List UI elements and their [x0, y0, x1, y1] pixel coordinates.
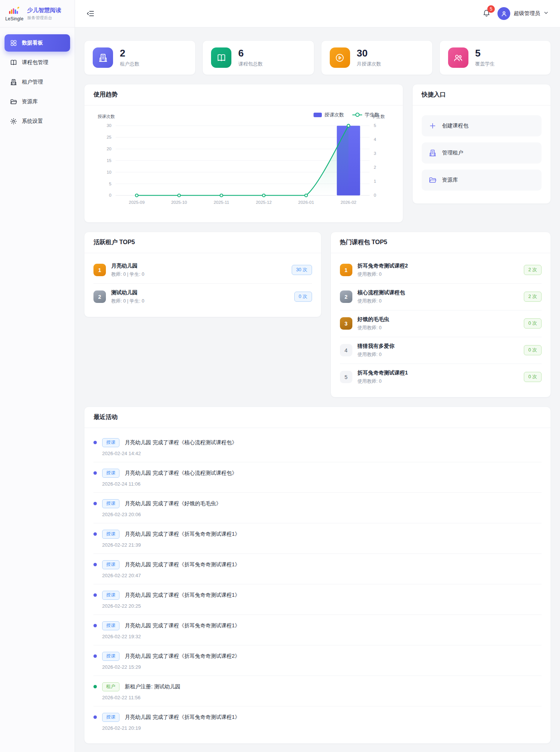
quick-entry-title: 快捷入口 — [413, 84, 551, 105]
stat-value: 5 — [475, 48, 495, 59]
recent-activity-title: 最近活动 — [84, 407, 551, 428]
sidebar-item-label: 资源库 — [22, 98, 38, 105]
svg-text:2026-01: 2026-01 — [298, 200, 314, 205]
active-tenants-title: 活跃租户 TOP5 — [84, 232, 321, 253]
rank-list-item: 2 测试幼儿园 教师: 0 | 学生: 0 0 次 — [93, 283, 312, 310]
sidebar: LeSingle 少儿智慧阅读 服务管理后台 数据看板 课程包管理 租户管理 资… — [0, 0, 75, 752]
users-icon — [448, 47, 468, 68]
activity-time: 2026-02-23 20:06 — [102, 512, 542, 517]
activity-dot — [93, 685, 97, 688]
chart-legend: 授课次数学生数 — [314, 112, 379, 118]
rank-list-item: 4 猜猜我有多爱你 使用教师: 0 0 次 — [340, 337, 542, 364]
activity-text: 月亮幼儿园 完成了课程《折耳兔奇奇测试课程1》 — [125, 531, 240, 538]
activity-time: 2026-02-22 11:56 — [102, 695, 542, 700]
sidebar-item-课程包管理[interactable]: 课程包管理 — [5, 54, 70, 71]
rank-badge: 5 — [340, 371, 352, 383]
user-name: 超级管理员 — [514, 10, 540, 17]
book-icon — [10, 59, 17, 66]
activity-text: 月亮幼儿园 完成了课程《折耳兔奇奇测试课程1》 — [125, 622, 240, 629]
count-badge: 2 次 — [524, 292, 542, 302]
rank-meta: 教师: 0 | 学生: 0 — [111, 298, 289, 304]
activity-text: 月亮幼儿园 完成了课程《好饿的毛毛虫》 — [125, 500, 221, 507]
quick-entry-管理租户[interactable]: 管理租户 — [422, 142, 542, 164]
count-badge: 2 次 — [524, 265, 542, 275]
rank-list-item: 3 好饿的毛毛虫 使用教师: 0 0 次 — [340, 310, 542, 337]
legend-item-bar[interactable]: 授课次数 — [314, 112, 344, 118]
app-title-block: 少儿智慧阅读 服务管理后台 — [27, 7, 61, 21]
activity-tag: 授课 — [102, 438, 119, 447]
svg-text:5: 5 — [109, 182, 111, 186]
building-icon — [428, 149, 437, 157]
folder-icon — [428, 176, 437, 184]
activity-tag: 租户 — [102, 682, 119, 691]
collapse-sidebar-icon[interactable] — [86, 9, 96, 18]
stat-text: 6 课程包总数 — [238, 48, 263, 68]
activity-dot — [93, 532, 97, 536]
rank-list-item: 1 折耳兔奇奇测试课程2 使用教师: 0 2 次 — [340, 257, 542, 283]
svg-text:2025-11: 2025-11 — [214, 200, 229, 205]
activity-time: 2026-02-22 15:29 — [102, 664, 542, 670]
hot-packages-card: 热门课程包 TOP5 1 折耳兔奇奇测试课程2 使用教师: 0 2 次 2 核心… — [330, 232, 551, 397]
usage-trend-title: 使用趋势 — [84, 84, 403, 105]
activity-tag: 授课 — [102, 469, 119, 478]
count-badge: 0 次 — [524, 318, 542, 329]
recent-activity-list: 授课 月亮幼儿园 完成了课程《核心流程测试课程包》 2026-02-24 14:… — [84, 428, 551, 743]
quick-entry-创建课程包[interactable]: 创建课程包 — [422, 115, 542, 136]
stat-label: 月授课次数 — [357, 61, 381, 67]
rank-badge: 2 — [93, 290, 106, 303]
rank-info: 核心流程测试课程包 使用教师: 0 — [358, 289, 519, 304]
quick-entry-label: 管理租户 — [442, 150, 463, 156]
sidebar-item-label: 课程包管理 — [22, 59, 48, 66]
rank-meta: 使用教师: 0 — [358, 271, 519, 278]
activity-item: 授课 月亮幼儿园 完成了课程《折耳兔奇奇测试课程1》 2026-02-22 19… — [93, 614, 542, 645]
quick-entry-label: 资源库 — [442, 177, 458, 183]
stat-text: 5 覆盖学生 — [475, 48, 495, 68]
folder-icon — [10, 98, 17, 105]
sidebar-item-label: 系统设置 — [22, 118, 43, 125]
activity-time: 2026-02-22 19:32 — [102, 634, 542, 639]
svg-text:25: 25 — [107, 135, 112, 139]
svg-text:4: 4 — [374, 137, 376, 142]
hot-packages-list: 1 折耳兔奇奇测试课程2 使用教师: 0 2 次 2 核心流程测试课程包 使用教… — [331, 253, 551, 397]
active-tenants-list: 1 月亮幼儿园 教师: 0 | 学生: 0 30 次 2 测试幼儿园 教师: 0… — [84, 253, 321, 317]
rank-meta: 使用教师: 0 — [358, 298, 519, 304]
activity-tag: 授课 — [102, 499, 119, 508]
activity-dot — [93, 654, 97, 658]
svg-text:2: 2 — [374, 165, 376, 170]
activity-item: 授课 月亮幼儿园 完成了课程《折耳兔奇奇测试课程2》 2026-02-22 15… — [93, 645, 542, 676]
activity-item: 授课 月亮幼儿园 完成了课程《好饿的毛毛虫》 2026-02-23 20:06 — [93, 492, 542, 523]
activity-text: 月亮幼儿园 完成了课程《折耳兔奇奇测试课程1》 — [125, 714, 240, 721]
sidebar-menu: 数据看板 课程包管理 租户管理 资源库 系统设置 — [0, 28, 75, 137]
rank-name: 测试幼儿园 — [111, 289, 289, 296]
activity-dot — [93, 624, 97, 627]
usage-trend-chart-svg: 051015202530012345授课次数学生数2025-092025-102… — [93, 108, 394, 216]
quick-entry-label: 创建课程包 — [442, 122, 468, 129]
activity-item: 授课 月亮幼儿园 完成了课程《核心流程测试课程包》 2026-02-24 11:… — [93, 462, 542, 492]
activity-item: 授课 月亮幼儿园 完成了课程《折耳兔奇奇测试课程1》 2026-02-22 20… — [93, 584, 542, 614]
sidebar-item-系统设置[interactable]: 系统设置 — [5, 113, 70, 130]
rank-info: 好饿的毛毛虫 使用教师: 0 — [358, 316, 519, 331]
user-menu[interactable]: 超级管理员 — [497, 7, 549, 20]
notification-bell-icon[interactable]: 5 — [482, 9, 491, 18]
activity-dot — [93, 563, 97, 566]
stat-card: 2 租户总数 — [84, 40, 196, 75]
activity-dot — [93, 715, 97, 719]
activity-text: 月亮幼儿园 完成了课程《核心流程测试课程包》 — [125, 439, 237, 446]
play-icon — [330, 47, 350, 68]
stat-card: 6 课程包总数 — [202, 40, 314, 75]
activity-dot — [93, 471, 97, 475]
sidebar-item-数据看板[interactable]: 数据看板 — [5, 34, 70, 52]
usage-trend-chart: 授课次数学生数 051015202530012345授课次数学生数2025-09… — [84, 105, 403, 222]
sidebar-item-资源库[interactable]: 资源库 — [5, 93, 70, 110]
legend-item-line[interactable]: 学生数 — [352, 112, 379, 118]
activity-time: 2026-02-22 20:47 — [102, 573, 542, 578]
activity-text: 月亮幼儿园 完成了课程《折耳兔奇奇测试课程1》 — [125, 592, 240, 599]
quick-entry-资源库[interactable]: 资源库 — [422, 170, 542, 191]
rank-name: 月亮幼儿园 — [111, 263, 286, 269]
rank-meta: 教师: 0 | 学生: 0 — [111, 271, 286, 278]
svg-text:3: 3 — [374, 151, 376, 156]
sidebar-item-租户管理[interactable]: 租户管理 — [5, 73, 70, 91]
activity-tag: 授课 — [102, 591, 119, 600]
rank-badge: 2 — [340, 290, 352, 303]
count-badge: 0 次 — [524, 345, 542, 355]
